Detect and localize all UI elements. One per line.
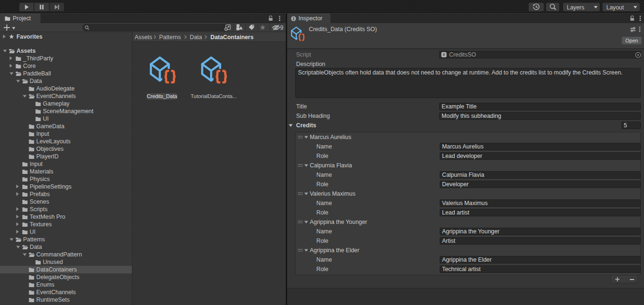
svg-text:#: # — [443, 52, 445, 57]
